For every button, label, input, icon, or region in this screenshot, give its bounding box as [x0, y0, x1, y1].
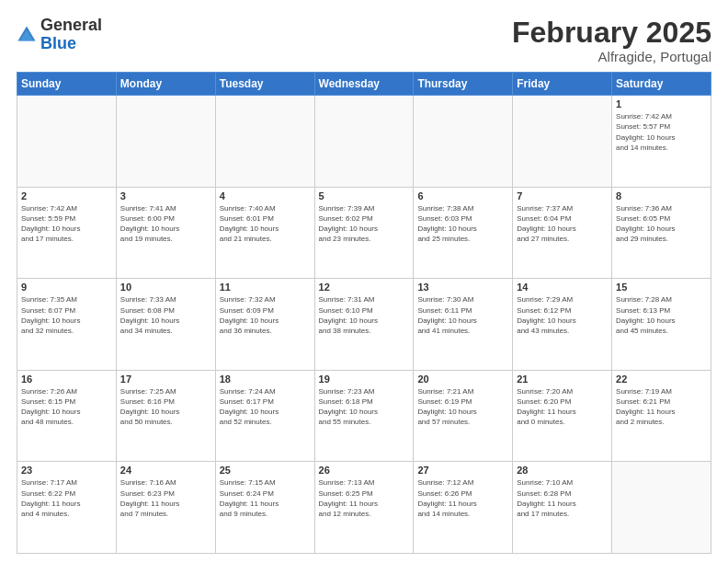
- day-cell-1-3: 5Sunrise: 7:39 AM Sunset: 6:02 PM Daylig…: [314, 187, 414, 279]
- day-info: Sunrise: 7:39 AM Sunset: 6:02 PM Dayligh…: [319, 203, 410, 245]
- day-info: Sunrise: 7:30 AM Sunset: 6:11 PM Dayligh…: [417, 294, 508, 336]
- day-cell-3-4: 20Sunrise: 7:21 AM Sunset: 6:19 PM Dayli…: [414, 370, 513, 462]
- day-number: 1: [616, 98, 707, 109]
- day-cell-2-0: 9Sunrise: 7:35 AM Sunset: 6:07 PM Daylig…: [17, 279, 117, 371]
- day-info: Sunrise: 7:33 AM Sunset: 6:08 PM Dayligh…: [120, 294, 211, 336]
- day-cell-0-1: [116, 96, 215, 188]
- logo-general-text: General: [40, 16, 102, 34]
- calendar-body: 1Sunrise: 7:42 AM Sunset: 5:57 PM Daylig…: [17, 96, 711, 554]
- calendar-table: SundayMondayTuesdayWednesdayThursdayFrid…: [17, 72, 711, 554]
- day-cell-1-4: 6Sunrise: 7:38 AM Sunset: 6:03 PM Daylig…: [414, 187, 513, 279]
- logo-icon: [17, 25, 37, 45]
- day-info: Sunrise: 7:32 AM Sunset: 6:09 PM Dayligh…: [220, 294, 311, 336]
- day-cell-4-4: 27Sunrise: 7:12 AM Sunset: 6:26 PM Dayli…: [414, 462, 513, 554]
- day-number: 3: [120, 190, 211, 201]
- day-number: 2: [21, 190, 112, 201]
- day-cell-4-1: 24Sunrise: 7:16 AM Sunset: 6:23 PM Dayli…: [116, 462, 215, 554]
- day-number: 26: [319, 465, 410, 476]
- day-info: Sunrise: 7:42 AM Sunset: 5:57 PM Dayligh…: [616, 111, 707, 153]
- day-info: Sunrise: 7:13 AM Sunset: 6:25 PM Dayligh…: [319, 477, 410, 519]
- day-cell-0-2: [215, 96, 314, 188]
- day-number: 11: [220, 282, 311, 293]
- day-cell-0-0: [17, 96, 117, 188]
- day-cell-3-5: 21Sunrise: 7:20 AM Sunset: 6:20 PM Dayli…: [513, 370, 612, 462]
- day-number: 19: [319, 373, 410, 385]
- day-cell-2-1: 10Sunrise: 7:33 AM Sunset: 6:08 PM Dayli…: [116, 279, 215, 371]
- day-cell-3-1: 17Sunrise: 7:25 AM Sunset: 6:16 PM Dayli…: [116, 370, 215, 462]
- day-cell-3-0: 16Sunrise: 7:26 AM Sunset: 6:15 PM Dayli…: [17, 370, 117, 462]
- day-cell-1-2: 4Sunrise: 7:40 AM Sunset: 6:01 PM Daylig…: [215, 187, 314, 279]
- day-cell-1-0: 2Sunrise: 7:42 AM Sunset: 5:59 PM Daylig…: [17, 187, 117, 279]
- title-block: February 2025 Alfragide, Portugal: [512, 17, 711, 64]
- day-info: Sunrise: 7:25 AM Sunset: 6:16 PM Dayligh…: [120, 386, 211, 428]
- day-cell-3-2: 18Sunrise: 7:24 AM Sunset: 6:17 PM Dayli…: [215, 370, 314, 462]
- weekday-header-friday: Friday: [513, 73, 612, 96]
- week-row-4: 23Sunrise: 7:17 AM Sunset: 6:22 PM Dayli…: [17, 462, 711, 554]
- day-number: 23: [21, 465, 112, 476]
- day-number: 5: [319, 190, 410, 201]
- weekday-header-monday: Monday: [116, 73, 215, 96]
- day-cell-0-4: [414, 96, 513, 188]
- day-cell-2-5: 14Sunrise: 7:29 AM Sunset: 6:12 PM Dayli…: [513, 279, 612, 371]
- day-info: Sunrise: 7:29 AM Sunset: 6:12 PM Dayligh…: [517, 294, 608, 336]
- day-info: Sunrise: 7:10 AM Sunset: 6:28 PM Dayligh…: [517, 477, 608, 519]
- day-number: 25: [220, 465, 311, 476]
- day-cell-4-3: 26Sunrise: 7:13 AM Sunset: 6:25 PM Dayli…: [314, 462, 414, 554]
- day-number: 18: [220, 373, 311, 385]
- day-number: 6: [417, 190, 508, 201]
- calendar-header: SundayMondayTuesdayWednesdayThursdayFrid…: [17, 73, 711, 96]
- day-info: Sunrise: 7:19 AM Sunset: 6:21 PM Dayligh…: [616, 386, 707, 428]
- logo-text: General Blue: [40, 17, 102, 53]
- day-number: 4: [220, 190, 311, 201]
- week-row-1: 2Sunrise: 7:42 AM Sunset: 5:59 PM Daylig…: [17, 187, 711, 279]
- day-info: Sunrise: 7:37 AM Sunset: 6:04 PM Dayligh…: [517, 203, 608, 245]
- day-cell-0-6: 1Sunrise: 7:42 AM Sunset: 5:57 PM Daylig…: [612, 96, 711, 188]
- day-cell-4-5: 28Sunrise: 7:10 AM Sunset: 6:28 PM Dayli…: [513, 462, 612, 554]
- day-number: 13: [417, 282, 508, 293]
- day-cell-2-4: 13Sunrise: 7:30 AM Sunset: 6:11 PM Dayli…: [414, 279, 513, 371]
- day-info: Sunrise: 7:26 AM Sunset: 6:15 PM Dayligh…: [21, 386, 112, 428]
- day-info: Sunrise: 7:20 AM Sunset: 6:20 PM Dayligh…: [517, 386, 608, 428]
- week-row-2: 9Sunrise: 7:35 AM Sunset: 6:07 PM Daylig…: [17, 279, 711, 371]
- day-cell-4-2: 25Sunrise: 7:15 AM Sunset: 6:24 PM Dayli…: [215, 462, 314, 554]
- day-number: 8: [616, 190, 707, 201]
- day-info: Sunrise: 7:35 AM Sunset: 6:07 PM Dayligh…: [21, 294, 112, 336]
- day-cell-4-6: [612, 462, 711, 554]
- weekday-header-saturday: Saturday: [612, 73, 711, 96]
- day-cell-1-1: 3Sunrise: 7:41 AM Sunset: 6:00 PM Daylig…: [116, 187, 215, 279]
- weekday-header-row: SundayMondayTuesdayWednesdayThursdayFrid…: [17, 73, 711, 96]
- logo: General Blue: [17, 17, 102, 53]
- day-cell-4-0: 23Sunrise: 7:17 AM Sunset: 6:22 PM Dayli…: [17, 462, 117, 554]
- day-number: 15: [616, 282, 707, 293]
- day-info: Sunrise: 7:28 AM Sunset: 6:13 PM Dayligh…: [616, 294, 707, 336]
- day-number: 12: [319, 282, 410, 293]
- day-info: Sunrise: 7:17 AM Sunset: 6:22 PM Dayligh…: [21, 477, 112, 519]
- day-number: 21: [517, 373, 608, 385]
- page: General Blue February 2025 Alfragide, Po…: [0, 0, 728, 563]
- week-row-0: 1Sunrise: 7:42 AM Sunset: 5:57 PM Daylig…: [17, 96, 711, 188]
- day-info: Sunrise: 7:38 AM Sunset: 6:03 PM Dayligh…: [417, 203, 508, 245]
- day-info: Sunrise: 7:15 AM Sunset: 6:24 PM Dayligh…: [220, 477, 311, 519]
- day-info: Sunrise: 7:40 AM Sunset: 6:01 PM Dayligh…: [220, 203, 311, 245]
- day-cell-2-2: 11Sunrise: 7:32 AM Sunset: 6:09 PM Dayli…: [215, 279, 314, 371]
- day-number: 24: [120, 465, 211, 476]
- day-info: Sunrise: 7:16 AM Sunset: 6:23 PM Dayligh…: [120, 477, 211, 519]
- day-number: 28: [517, 465, 608, 476]
- day-info: Sunrise: 7:36 AM Sunset: 6:05 PM Dayligh…: [616, 203, 707, 245]
- day-cell-1-6: 8Sunrise: 7:36 AM Sunset: 6:05 PM Daylig…: [612, 187, 711, 279]
- day-cell-3-6: 22Sunrise: 7:19 AM Sunset: 6:21 PM Dayli…: [612, 370, 711, 462]
- day-number: 17: [120, 373, 211, 385]
- day-number: 10: [120, 282, 211, 293]
- day-info: Sunrise: 7:12 AM Sunset: 6:26 PM Dayligh…: [417, 477, 508, 519]
- day-info: Sunrise: 7:21 AM Sunset: 6:19 PM Dayligh…: [417, 386, 508, 428]
- weekday-header-thursday: Thursday: [414, 73, 513, 96]
- day-info: Sunrise: 7:42 AM Sunset: 5:59 PM Dayligh…: [21, 203, 112, 245]
- day-info: Sunrise: 7:41 AM Sunset: 6:00 PM Dayligh…: [120, 203, 211, 245]
- weekday-header-tuesday: Tuesday: [215, 73, 314, 96]
- header: General Blue February 2025 Alfragide, Po…: [17, 17, 711, 64]
- day-number: 14: [517, 282, 608, 293]
- day-info: Sunrise: 7:23 AM Sunset: 6:18 PM Dayligh…: [319, 386, 410, 428]
- day-number: 9: [21, 282, 112, 293]
- day-cell-2-6: 15Sunrise: 7:28 AM Sunset: 6:13 PM Dayli…: [612, 279, 711, 371]
- weekday-header-sunday: Sunday: [17, 73, 117, 96]
